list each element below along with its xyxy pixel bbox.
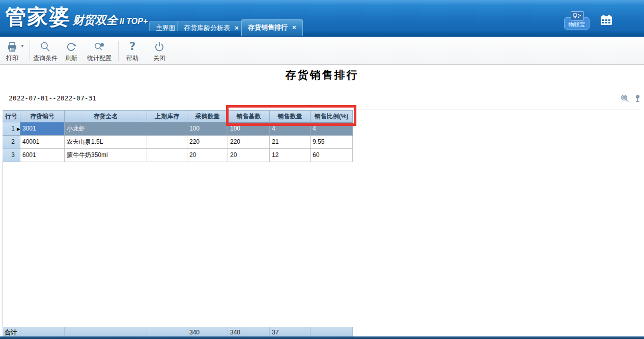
help-label: 帮助 (122, 54, 143, 63)
toolbar-separator (30, 41, 30, 61)
close-label: 关闭 (149, 54, 170, 63)
date-range-label: 2022-07-01--2022-07-31 (9, 94, 96, 102)
pin-icon[interactable] (633, 93, 642, 104)
cell-purchase-qty[interactable]: 20 (187, 149, 228, 162)
totals-code (20, 327, 65, 337)
cell-sales-qty[interactable]: 12 (270, 149, 311, 162)
print-dropdown-caret-icon[interactable]: ▼ (20, 44, 24, 48)
column-header-code[interactable]: 存货编号 (20, 111, 65, 122)
stats-config-label: 统计配置 (83, 54, 115, 63)
column-header-prev-stock[interactable]: 上期库存 (147, 111, 187, 122)
row-number: 3 (11, 151, 15, 159)
cell-sales-qty[interactable]: 21 (270, 136, 311, 149)
cell-sales-base[interactable]: 20 (228, 149, 270, 162)
refresh-button[interactable]: 刷新 (61, 39, 81, 63)
cell-prev-stock[interactable] (147, 149, 187, 162)
close-icon[interactable]: × (235, 24, 239, 32)
cell-sales-base[interactable]: 100 (228, 122, 270, 136)
iot-treasure-button[interactable]: 物联宝 (564, 12, 590, 30)
logo-main-text: 管家婆 (5, 5, 71, 29)
cell-name[interactable]: 蒙牛牛奶350ml (65, 149, 147, 162)
column-header-rowno[interactable]: 行号 (3, 111, 20, 122)
app-header: 管家婆财贸双全II TOP+ 主界面 存货库龄分析表× 存货销售排行× 物联宝 (0, 0, 644, 37)
close-button[interactable]: 关闭 (149, 39, 170, 63)
tab-label: 主界面 (156, 24, 176, 32)
row-number-cell[interactable]: 1▶ (3, 122, 20, 136)
cell-sales-qty[interactable]: 4 (270, 122, 311, 136)
refresh-icon (61, 39, 81, 54)
query-conditions-label: 查询条件 (33, 54, 58, 63)
cell-sales-ratio[interactable]: 4 (311, 122, 353, 136)
stats-config-button[interactable]: 统计配置 (83, 39, 115, 63)
cell-purchase-qty[interactable]: 100 (187, 122, 228, 136)
stats-config-icon (83, 39, 115, 54)
totals-name (65, 327, 147, 337)
cell-sales-base[interactable]: 220 (228, 136, 270, 149)
column-header-sales-qty[interactable]: 销售数量 (270, 111, 311, 122)
cell-sales-ratio[interactable]: 60 (311, 149, 353, 162)
table-row[interactable]: 3 6001 蒙牛牛奶350ml 20 20 12 60 (3, 149, 353, 162)
cell-code[interactable]: 3001 (20, 122, 65, 136)
power-icon (149, 39, 170, 54)
cell-purchase-qty[interactable]: 220 (187, 136, 228, 149)
totals-purchase-qty: 340 (187, 327, 228, 337)
column-header-sales-ratio[interactable]: 销售比例(%) (311, 111, 353, 122)
cell-code[interactable]: 40001 (20, 136, 65, 149)
tab-label: 存货库龄分析表 (184, 24, 230, 32)
table-header-row: 行号 存货编号 存货全名 上期库存 采购数量 销售基数 销售数量 销售比例(%) (3, 110, 353, 122)
cell-name[interactable]: 农夫山泉1.5L (65, 136, 147, 149)
cell-code[interactable]: 6001 (20, 149, 65, 162)
print-label: 打印 (3, 54, 21, 63)
row-number-cell[interactable]: 3 (3, 149, 20, 162)
query-conditions-button[interactable]: 查询条件 (33, 39, 58, 63)
totals-sales-ratio (311, 327, 353, 337)
calendar-icon[interactable] (599, 14, 613, 27)
cell-prev-stock[interactable] (147, 136, 187, 149)
close-icon[interactable]: × (292, 23, 296, 31)
logo-edition-text: II TOP+ (120, 17, 148, 25)
column-header-purchase-qty[interactable]: 采购数量 (187, 111, 228, 122)
totals-sales-base: 340 (228, 327, 270, 337)
refresh-label: 刷新 (61, 54, 81, 63)
grid-top-line (353, 110, 641, 110)
search-icon (33, 39, 58, 54)
logo-sub-text: 财贸双全 (73, 14, 118, 27)
tab-label: 存货销售排行 (248, 23, 288, 31)
totals-label: 合计 (3, 327, 20, 337)
row-number: 1 (11, 125, 15, 132)
cell-sales-ratio[interactable]: 9.55 (311, 136, 353, 149)
printer-icon (3, 39, 21, 54)
toolbar-separator (118, 41, 119, 61)
tab-sales-ranking[interactable]: 存货销售排行× (241, 19, 303, 36)
window-bottom-edge (0, 336, 644, 339)
column-header-name[interactable]: 存货全名 (65, 111, 147, 122)
totals-prev-stock (147, 327, 187, 337)
toolbar: 打印 ▼ 查询条件 刷新 (0, 37, 644, 65)
page-title: 存货销售排行 (0, 68, 644, 82)
cell-name[interactable]: 小龙虾 (65, 122, 147, 136)
zoom-icon[interactable] (620, 93, 630, 104)
table-row[interactable]: 2 40001 农夫山泉1.5L 220 220 21 9.55 (3, 136, 353, 149)
table-row[interactable]: 1▶ 3001 小龙虾 100 100 4 4 (3, 122, 353, 136)
row-number-cell[interactable]: 2 (3, 136, 20, 149)
sales-ranking-table: 行号 存货编号 存货全名 上期库存 采购数量 销售基数 销售数量 销售比例(%)… (3, 110, 353, 162)
help-icon: ? (129, 40, 135, 53)
header-bottom-strip (0, 31, 644, 37)
table-tools (620, 93, 642, 105)
app-logo: 管家婆财贸双全II TOP+ (5, 3, 148, 31)
help-button[interactable]: ? 帮助 (122, 39, 143, 63)
totals-sales-qty: 37 (270, 327, 311, 337)
row-number: 2 (11, 138, 15, 145)
column-header-sales-base[interactable]: 销售基数 (228, 111, 270, 122)
cell-prev-stock[interactable] (147, 122, 187, 136)
print-button[interactable]: 打印 (3, 39, 21, 63)
current-row-arrow-icon: ▶ (17, 123, 20, 136)
qrcode-icon (571, 11, 584, 21)
